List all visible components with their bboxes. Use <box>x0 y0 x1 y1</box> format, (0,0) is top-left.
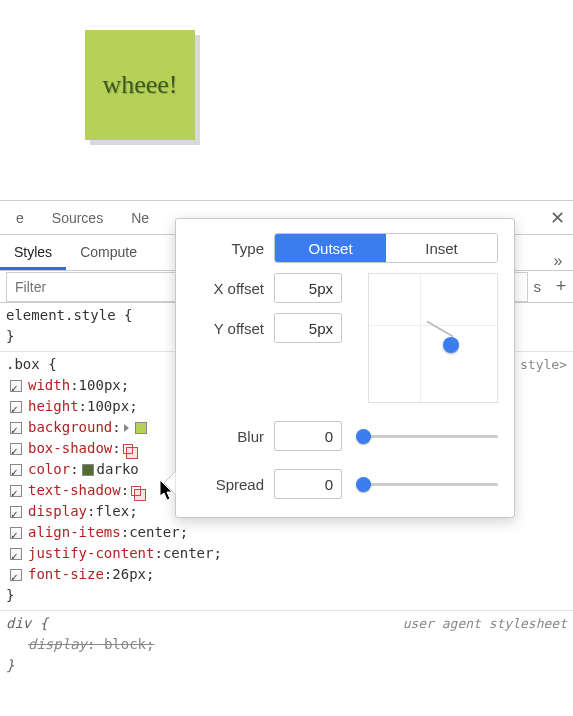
property-toggle[interactable] <box>10 443 22 455</box>
slider-thumb[interactable] <box>356 477 371 492</box>
close-icon[interactable]: ✕ <box>543 207 571 229</box>
property-toggle[interactable] <box>10 527 22 539</box>
tab-network-truncated[interactable]: Ne <box>117 201 163 235</box>
property-toggle[interactable] <box>10 422 22 434</box>
blur-slider[interactable] <box>356 435 498 438</box>
overflow-icon[interactable]: » <box>543 252 573 270</box>
ua-stylesheet-label: user agent stylesheet <box>403 613 567 634</box>
type-label: Type <box>192 240 264 257</box>
type-toggle[interactable]: Outset Inset <box>274 233 498 263</box>
color-swatch[interactable] <box>135 422 147 434</box>
x-offset-input[interactable] <box>274 273 342 303</box>
shadow-editor-icon[interactable] <box>131 486 141 496</box>
spread-input[interactable] <box>274 469 342 499</box>
toolbar-right-truncated[interactable]: s <box>534 278 550 295</box>
property-toggle[interactable] <box>10 464 22 476</box>
y-offset-input[interactable] <box>274 313 342 343</box>
spread-slider[interactable] <box>356 483 498 486</box>
color-swatch[interactable] <box>82 464 94 476</box>
rule-div-ua: user agent stylesheet div { display: blo… <box>0 611 573 680</box>
shadow-editor-icon[interactable] <box>123 444 133 454</box>
spread-label: Spread <box>192 476 264 493</box>
property-toggle[interactable] <box>10 485 22 497</box>
preview-box: wheee! <box>85 30 195 140</box>
new-rule-button[interactable]: + <box>549 276 573 297</box>
tab-sources[interactable]: Sources <box>38 201 117 235</box>
tab-elements-truncated[interactable]: e <box>2 201 38 235</box>
tab-computed-truncated[interactable]: Compute <box>66 234 151 270</box>
property-toggle[interactable] <box>10 380 22 392</box>
y-offset-label: Y offset <box>192 320 264 337</box>
property-toggle[interactable] <box>10 548 22 560</box>
preview-text: wheee! <box>102 70 177 100</box>
property-toggle[interactable] <box>10 506 22 518</box>
blur-input[interactable] <box>274 421 342 451</box>
offset-handle[interactable] <box>443 337 459 353</box>
svg-marker-0 <box>164 471 176 495</box>
slider-thumb[interactable] <box>356 429 371 444</box>
tab-styles[interactable]: Styles <box>0 234 66 270</box>
x-offset-label: X offset <box>192 280 264 297</box>
property-toggle[interactable] <box>10 569 22 581</box>
blur-label: Blur <box>192 428 264 445</box>
offset-preview[interactable] <box>368 273 498 403</box>
expand-icon[interactable] <box>124 424 129 432</box>
property-toggle[interactable] <box>10 401 22 413</box>
stylesheet-link[interactable]: style> <box>520 354 567 375</box>
box-shadow-editor[interactable]: Type Outset Inset X offset Y offset Blur… <box>175 218 515 518</box>
type-outset-button[interactable]: Outset <box>275 234 386 262</box>
type-inset-button[interactable]: Inset <box>386 234 497 262</box>
